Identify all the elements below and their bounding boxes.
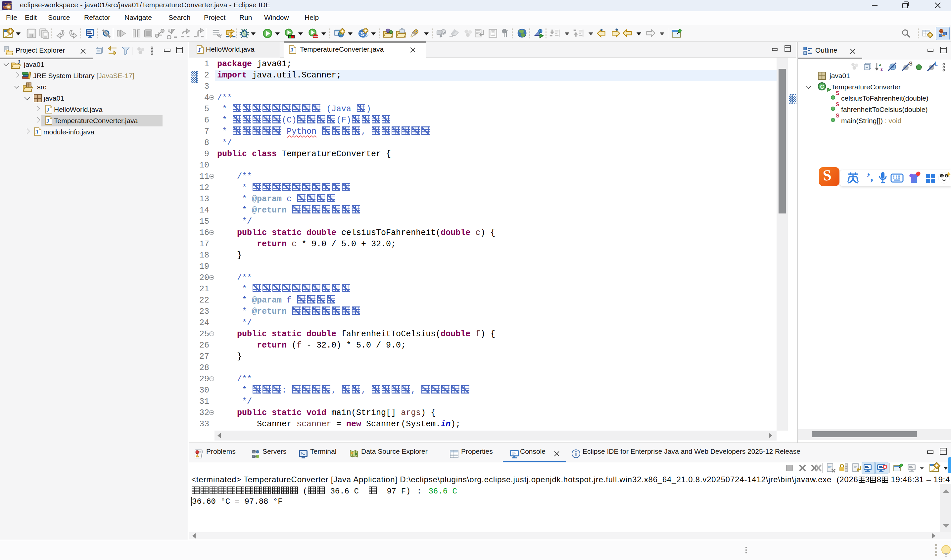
svg-text:z: z (880, 66, 883, 72)
svg-text:Java EE: Java EE (3, 2, 12, 5)
svg-text:J: J (198, 47, 201, 53)
svg-text:J: J (35, 129, 38, 135)
svg-text:J: J (46, 118, 49, 124)
svg-text:J: J (46, 106, 49, 113)
svg-text:J: J (17, 60, 20, 65)
svg-text:C: C (820, 84, 824, 90)
svg-text:L: L (934, 62, 938, 66)
svg-text:J: J (290, 47, 293, 53)
svg-text:IDE: IDE (3, 5, 7, 8)
svg-text:S: S (909, 62, 913, 66)
